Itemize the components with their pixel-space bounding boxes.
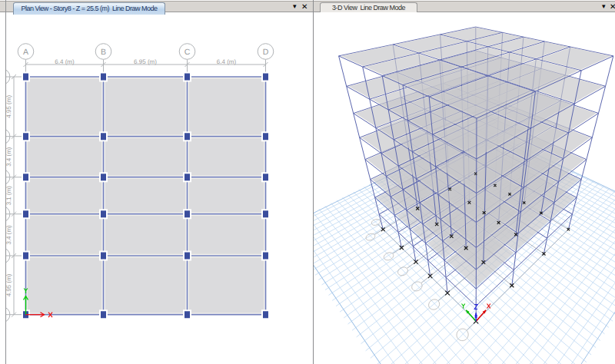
svg-text:C: C [184,48,191,57]
svg-text:A: A [23,48,28,57]
svg-text:3.4 (m): 3.4 (m) [6,147,12,167]
svg-text:3.4 (m): 3.4 (m) [6,225,12,245]
svg-text:6.95 (m): 6.95 (m) [134,58,157,65]
svg-text:D: D [263,48,269,57]
svg-text:4.95 (m): 4.95 (m) [6,273,12,296]
svg-text:4.95 (m): 4.95 (m) [6,95,12,118]
svg-text:3.1 (m): 3.1 (m) [6,186,12,206]
svg-text:B: B [101,48,106,57]
svg-text:6.4 (m): 6.4 (m) [55,58,75,65]
svg-text:6.4 (m): 6.4 (m) [217,58,237,65]
